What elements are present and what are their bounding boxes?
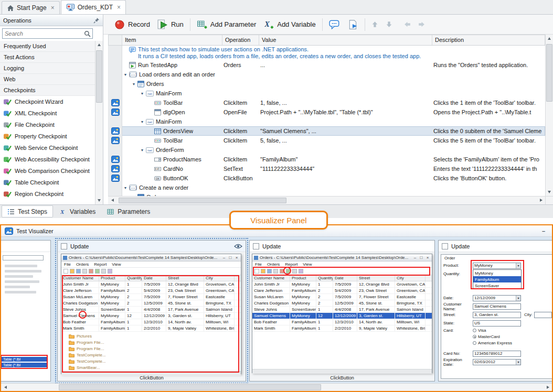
visualizer-image-icon[interactable] xyxy=(111,175,120,182)
add-parameter-button[interactable]: Add Parameter xyxy=(193,17,260,32)
scroll-down-button[interactable] xyxy=(95,197,103,204)
test-step-row[interactable]: Run TestedAppOrders...Runs the "Orders" … xyxy=(109,60,545,70)
expander-icon[interactable]: ▼ xyxy=(139,120,145,124)
scroll-right-button[interactable] xyxy=(537,197,545,204)
operation-item-file-checkpoint[interactable]: File Checkpoint xyxy=(0,119,95,130)
field-input[interactable]: US xyxy=(473,320,521,326)
field-input[interactable]: 123456789012 xyxy=(473,351,521,357)
thumbnail-checkbox[interactable] xyxy=(61,243,67,249)
run-button[interactable]: Run xyxy=(154,17,187,32)
radio-american-express[interactable]: American Express xyxy=(473,341,512,345)
add-variable-button[interactable]: X Add Variable xyxy=(260,17,319,32)
radio-visa[interactable]: Visa xyxy=(473,328,512,333)
close-icon[interactable]: × xyxy=(51,5,55,11)
operation-item-checkpoint-wizard[interactable]: Checkpoint Wizard xyxy=(0,96,95,107)
sidebar-scrollbar[interactable] xyxy=(95,41,103,204)
operation-item-web-comparison-checkpoint[interactable]: Web Comparison Checkpoint xyxy=(0,165,95,177)
dropdown-button[interactable]: ▾ xyxy=(516,296,520,301)
test-step-row[interactable]: abCardNoSetText"1111222233334444"Enters … xyxy=(109,164,545,173)
operation-item-property-checkpoint[interactable]: Property Checkpoint xyxy=(0,130,95,142)
field-input[interactable]: 02/03/2012▾ xyxy=(473,359,521,365)
scrollbar-thumb[interactable] xyxy=(546,44,552,102)
visualizer-image-icon[interactable] xyxy=(111,165,120,172)
visualizer-thumbnail-1[interactable]: Update Orders - C:\Users\Public\Document… xyxy=(57,240,246,382)
tab-parameters[interactable]: Parameters xyxy=(102,205,155,217)
operations-group-logging[interactable]: Logging xyxy=(0,63,95,74)
expander-icon[interactable]: ▼ xyxy=(122,73,129,77)
operation-item-label: Property Checkpoint xyxy=(15,133,67,139)
mini-menu-item: Orders xyxy=(267,262,280,267)
test-step-row[interactable]: ▼Orders xyxy=(109,192,545,196)
operation-item-region-checkpoint[interactable]: Region Checkpoint xyxy=(0,188,95,200)
test-step-row[interactable]: ToolBarClickItem5, false, ...Clicks the … xyxy=(109,136,545,145)
add-comment-button[interactable] xyxy=(325,18,344,31)
tab-start-page[interactable]: Start Page × xyxy=(2,1,60,14)
test-step-group-row[interactable]: ▼{..}Load orders and edit an order xyxy=(109,70,545,79)
expander-icon[interactable]: ▼ xyxy=(131,82,137,86)
test-step-row[interactable]: ▼netMainForm xyxy=(109,117,545,126)
field-input[interactable]: 12/12/2009▾ xyxy=(473,295,521,301)
operation-item-web-accessibility-checkpoint[interactable]: Web Accessibility Checkpoint xyxy=(0,154,95,165)
search-icon[interactable] xyxy=(84,30,91,37)
operation-item-xml-checkpoint[interactable]: XML Checkpoint xyxy=(0,107,95,119)
tab-orders-kdt[interactable]: Orders_KDT × xyxy=(61,0,126,14)
visualizer-image-icon[interactable] xyxy=(111,156,120,163)
visualizer-scrollbar[interactable] xyxy=(1,383,552,391)
test-step-group-row[interactable]: ▼{..}Create a new order xyxy=(109,183,545,192)
expander-icon[interactable]: ▼ xyxy=(122,186,129,190)
test-step-row[interactable]: OKButtonOKClickButtonClicks the 'ButtonO… xyxy=(109,173,545,183)
scrollbar-thumb[interactable] xyxy=(119,198,286,203)
operations-group-frequently-used[interactable]: Frequently Used xyxy=(0,41,95,52)
visualizer-image-icon[interactable] xyxy=(111,99,120,106)
outdent-button[interactable] xyxy=(400,19,414,29)
indent-button[interactable] xyxy=(414,19,429,29)
scroll-left-button[interactable] xyxy=(1,384,9,391)
visualizer-image-icon[interactable] xyxy=(111,127,120,135)
test-step-row[interactable]: ▼netOrderForm xyxy=(109,145,545,155)
visualizer-thumbnail-partial[interactable]: Table (*.tbl Table (*.tbl xyxy=(1,240,51,382)
pin-icon[interactable] xyxy=(93,17,100,24)
visualizer-thumbnail-2[interactable]: Update Orders - C:\Users\Public\Document… xyxy=(249,240,435,382)
move-up-button[interactable] xyxy=(368,19,382,29)
visualizer-image-icon[interactable] xyxy=(111,108,120,116)
tab-test-steps[interactable]: Test Steps xyxy=(2,205,53,217)
record-button[interactable]: Record xyxy=(111,17,154,32)
expander-icon[interactable]: ▼ xyxy=(139,148,145,152)
eye-icon[interactable] xyxy=(234,244,242,249)
field-input[interactable]: 3, Garden st. xyxy=(473,312,521,318)
operations-group-web[interactable]: Web xyxy=(0,74,95,85)
thumbnail-checkbox[interactable] xyxy=(253,243,259,249)
visualizer-thumbnail-3[interactable]: Update OrderProduct:MyMoney▾Quantity:Dat… xyxy=(438,240,552,382)
operation-item-web-service-checkpoint[interactable]: Web Service Checkpoint xyxy=(0,142,95,154)
minimize-button[interactable]: – xyxy=(539,228,548,234)
scroll-left-button[interactable] xyxy=(108,197,116,204)
test-step-row[interactable]: ProductNamesClickItem"FamilyAlbum"Select… xyxy=(109,155,545,164)
move-down-button[interactable] xyxy=(382,19,396,29)
test-step-row[interactable]: ToolBarClickItem1, false, ...Clicks the … xyxy=(109,98,545,107)
visualizer-image-icon[interactable] xyxy=(111,137,120,144)
radio-mastercard[interactable]: MasterCard xyxy=(473,334,512,339)
expander-icon[interactable]: ▼ xyxy=(139,92,145,95)
comment-row[interactable]: This test shows how to simulate user act… xyxy=(109,46,545,60)
city-input[interactable] xyxy=(534,312,552,318)
test-step-row[interactable]: OrdersViewClickItem"Samuel Clemens", ...… xyxy=(109,126,545,136)
test-step-row[interactable]: dlgOpenOpenFileProject.Path + "..\MyTabl… xyxy=(109,107,545,117)
field-input[interactable]: Samuel Clemens xyxy=(473,303,521,310)
scroll-down-button[interactable] xyxy=(546,188,553,196)
scroll-right-button[interactable] xyxy=(544,384,552,391)
grid-horizontal-scrollbar[interactable] xyxy=(108,196,545,204)
test-step-row[interactable]: ▼Orders xyxy=(109,79,545,89)
scrollbar-thumb[interactable] xyxy=(96,50,102,103)
scrollbar-thumb[interactable] xyxy=(59,384,321,390)
search-input[interactable] xyxy=(3,30,84,37)
close-icon[interactable]: × xyxy=(117,4,121,10)
operations-group-test-actions[interactable]: Test Actions xyxy=(0,52,95,63)
thumbnail-checkbox[interactable] xyxy=(442,243,448,249)
grid-vertical-scrollbar[interactable] xyxy=(545,35,553,196)
tab-variables[interactable]: X Variables xyxy=(54,205,101,217)
test-step-row[interactable]: ▼netMainForm xyxy=(109,89,545,98)
operations-group-checkpoints[interactable]: Checkpoints xyxy=(0,85,95,96)
operation-item-table-checkpoint[interactable]: Table Checkpoint xyxy=(0,177,95,188)
run-selected-step-button[interactable] xyxy=(344,17,362,32)
dropdown-button[interactable]: ▾ xyxy=(516,360,520,365)
